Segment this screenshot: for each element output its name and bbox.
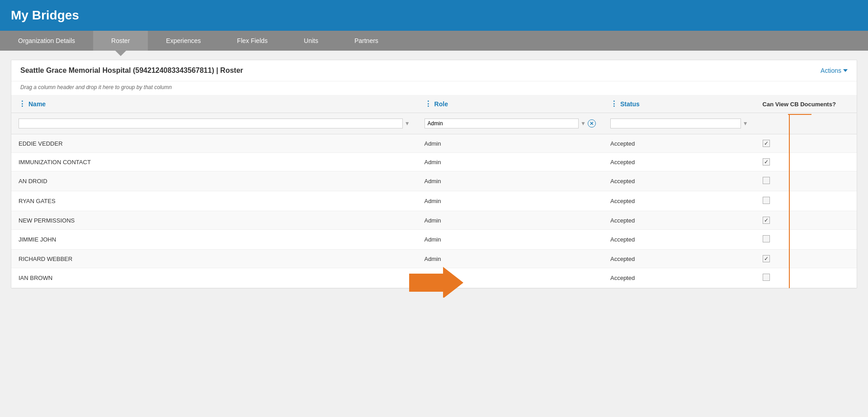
cell-role: Admin [417,153,603,171]
can-view-checkbox[interactable] [763,235,770,242]
actions-button[interactable]: Actions [821,67,848,74]
roster-table: ⋮ Name ⋮ Role [11,95,857,288]
cell-role: Admin [417,250,603,268]
cell-can-view: ✓ [755,153,857,171]
cell-can-view: ✓ [755,211,857,230]
filter-cell-role: ▼ ✕ [417,113,603,134]
can-view-checkbox[interactable] [763,274,770,281]
checkmark-icon: ✓ [764,256,769,262]
col-header-status: ⋮ Status [603,95,755,113]
cell-status: Accepted [603,230,755,250]
table-row: RICHARD WEBBERAdminAccepted✓ [11,250,857,268]
tab-units[interactable]: Units [286,31,336,51]
cell-can-view: ✓ [755,134,857,153]
cell-role: Admin [417,268,603,288]
status-filter-input[interactable] [610,118,741,128]
table-row: AN DROIDAdminAccepted [11,171,857,191]
col-header-role: ⋮ Role [417,95,603,113]
can-view-checkbox[interactable] [763,177,770,184]
col-header-name: ⋮ Name [11,95,417,113]
actions-label: Actions [821,67,841,74]
table-row: RYAN GATESAdminAccepted [11,191,857,211]
cell-can-view [755,268,857,288]
cell-role: Admin [417,230,603,250]
tab-roster[interactable]: Roster [93,31,148,51]
table-title: Seattle Grace Memorial Hospital (5942124… [20,66,243,75]
cell-name: EDDIE VEDDER [11,134,417,153]
can-view-checkbox[interactable] [763,197,770,204]
cell-can-view [755,191,857,211]
role-filter-input[interactable] [425,118,579,128]
main-content: Seattle Grace Memorial Hospital (5942124… [0,51,868,298]
cell-status: Accepted [603,250,755,268]
tab-experiences[interactable]: Experiences [148,31,219,51]
status-col-menu-icon[interactable]: ⋮ [610,100,618,108]
tab-flex-fields[interactable]: Flex Fields [219,31,286,51]
can-view-col-label: Can View CB Documents? [763,101,836,108]
name-col-menu-icon[interactable]: ⋮ [19,100,26,108]
filter-cell-can-view [755,113,857,134]
can-view-checkbox[interactable]: ✓ [763,255,770,262]
cell-status: Accepted [603,191,755,211]
name-col-label: Name [28,100,46,108]
checkmark-icon: ✓ [764,140,769,147]
cell-role: Admin [417,171,603,191]
cell-role: Admin [417,191,603,211]
checkmark-icon: ✓ [764,159,769,165]
app-header: My Bridges [0,0,868,31]
table-card-header: Seattle Grace Memorial Hospital (5942124… [11,60,857,81]
app-title: My Bridges [11,8,857,23]
can-view-checkbox[interactable]: ✓ [763,158,770,166]
table-row: EDDIE VEDDERAdminAccepted✓ [11,134,857,153]
can-view-checkbox[interactable]: ✓ [763,140,770,147]
drag-hint: Drag a column header and drop it here to… [11,81,857,95]
cell-status: Accepted [603,153,755,171]
cell-can-view: ✓ [755,250,857,268]
cell-name: AN DROID [11,171,417,191]
tab-org-details[interactable]: Organization Details [0,31,93,51]
checkmark-icon: ✓ [764,217,769,223]
role-filter-icon: ▼ [580,120,586,127]
table-wrapper: ⋮ Name ⋮ Role [11,95,857,288]
cell-role: Admin [417,211,603,230]
table-row: IMMUNIZATION CONTACTAdminAccepted✓ [11,153,857,171]
cell-name: JIMMIE JOHN [11,230,417,250]
col-header-can-view: Can View CB Documents? [755,95,857,113]
cell-status: Accepted [603,211,755,230]
name-filter-icon: ▼ [405,120,410,127]
cell-role: Admin [417,134,603,153]
cell-status: Accepted [603,268,755,288]
table-row: NEW PERMISSIONSAdminAccepted✓ [11,211,857,230]
cell-name: NEW PERMISSIONS [11,211,417,230]
can-view-checkbox[interactable]: ✓ [763,217,770,224]
actions-dropdown-arrow [843,69,848,72]
cell-name: IAN BROWN [11,268,417,288]
role-col-menu-icon[interactable]: ⋮ [425,100,432,108]
tab-partners[interactable]: Partners [336,31,396,51]
status-filter-icon: ▼ [743,120,748,127]
status-col-label: Status [620,100,640,108]
cell-can-view [755,171,857,191]
cell-can-view [755,230,857,250]
cell-status: Accepted [603,171,755,191]
table-row: JIMMIE JOHNAdminAccepted [11,230,857,250]
filter-cell-status: ▼ [603,113,755,134]
role-filter-clear-button[interactable]: ✕ [588,119,596,128]
cell-name: RICHARD WEBBER [11,250,417,268]
nav-tabs: Organization Details Roster Experiences … [0,31,868,51]
name-filter-input[interactable] [19,118,403,128]
filter-cell-name: ▼ [11,113,417,134]
table-card: Seattle Grace Memorial Hospital (5942124… [11,60,857,289]
table-row: IAN BROWNAdminAccepted [11,268,857,288]
cell-name: RYAN GATES [11,191,417,211]
role-col-label: Role [434,100,448,108]
cell-status: Accepted [603,134,755,153]
cell-name: IMMUNIZATION CONTACT [11,153,417,171]
